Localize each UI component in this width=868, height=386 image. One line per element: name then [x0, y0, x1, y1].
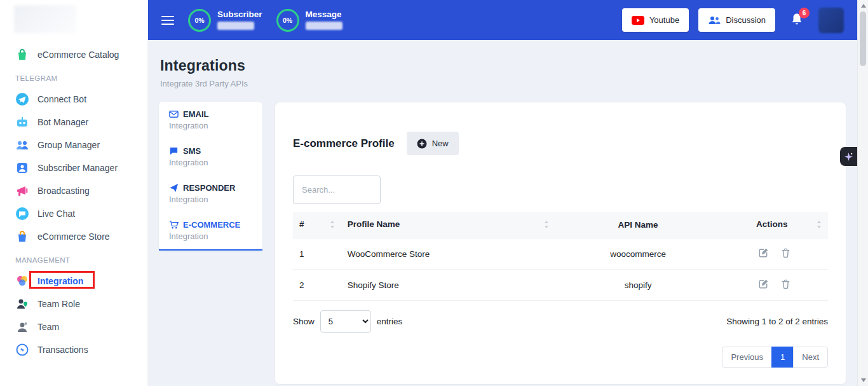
scroll-up-arrow-icon[interactable] — [861, 4, 866, 8]
sidebar-section-management: MANAGEMENT — [0, 248, 147, 270]
sort-icon — [330, 221, 335, 230]
column-header-api-name[interactable]: API Name — [555, 212, 721, 238]
tab-responder-integration[interactable]: RESPONDER Integration — [159, 176, 262, 212]
subscriber-icon — [15, 161, 29, 175]
tab-title: EMAIL — [183, 109, 208, 119]
tab-ecommerce-integration[interactable]: E-COMMERCE Integration — [159, 212, 262, 251]
sidebar-item-connect-bot[interactable]: Connect Bot — [0, 88, 147, 111]
pagination-previous-button[interactable]: Previous — [722, 347, 772, 368]
youtube-button-label: Youtube — [649, 15, 679, 25]
showing-entries-text: Showing 1 to 2 of 2 entries — [726, 317, 828, 326]
column-header-actions[interactable]: Actions — [721, 212, 828, 238]
sidebar-item-transactions[interactable]: Transactions — [0, 338, 147, 361]
api-name-cell: shopify — [555, 270, 721, 301]
pagination-page-1-button[interactable]: 1 — [771, 347, 794, 368]
discussion-button-label: Discussion — [726, 15, 766, 25]
assistant-widget-button[interactable] — [840, 147, 857, 166]
row-number: 2 — [293, 270, 341, 301]
tab-subtitle: Integration — [169, 121, 252, 130]
sidebar-item-integration[interactable]: Integration — [0, 270, 147, 293]
sidebar-item-label: eCommerce Catalog — [37, 48, 119, 62]
delete-button[interactable] — [776, 279, 796, 291]
profile-name-cell: Shopify Store — [341, 270, 555, 301]
tab-title: E-COMMERCE — [183, 220, 240, 230]
column-header-num[interactable]: # — [293, 212, 341, 238]
pagination-next-button[interactable]: Next — [793, 347, 828, 368]
youtube-button[interactable]: Youtube — [622, 8, 689, 32]
tab-title: RESPONDER — [183, 183, 235, 193]
profiles-table: # Profile Name API Name Actions — [293, 212, 828, 301]
sidebar-item-team[interactable]: Team — [0, 315, 147, 338]
group-icon — [15, 138, 29, 152]
vertical-scrollbar[interactable] — [857, 0, 868, 386]
sidebar-item-label: Group Manager — [37, 138, 100, 152]
panel-title: E-commerce Profile — [293, 137, 395, 150]
discussion-button[interactable]: Discussion — [698, 8, 775, 32]
delete-button[interactable] — [776, 247, 796, 260]
sidebar-item-label: Broadcasting — [37, 184, 90, 198]
chat-icon — [15, 207, 29, 221]
sidebar-item-label: Team Role — [37, 297, 80, 311]
sidebar-item-ecommerce-store[interactable]: eCommerce Store — [0, 225, 147, 248]
hamburger-menu-icon[interactable] — [161, 16, 174, 25]
search-input[interactable] — [293, 176, 381, 204]
sidebar-item-bot-manager[interactable]: Bot Manager — [0, 111, 147, 134]
new-button-label: New — [432, 139, 449, 148]
edit-button[interactable] — [754, 247, 773, 260]
team-role-icon — [15, 297, 29, 311]
notifications-bell-icon[interactable]: 6 — [790, 12, 804, 29]
sidebar-section-telegram: TELEGRAM — [0, 66, 147, 88]
notification-count-badge: 6 — [799, 8, 810, 18]
megaphone-icon — [15, 184, 29, 198]
page-size-select[interactable]: 5 — [320, 310, 371, 333]
user-avatar[interactable] — [818, 8, 844, 33]
youtube-icon — [632, 16, 644, 25]
main-content: Integrations Integrate 3rd Party APIs EM… — [148, 40, 857, 386]
sidebar-item-subscriber-manager[interactable]: Subscriber Manager — [0, 156, 147, 179]
cart-icon — [169, 220, 179, 230]
sms-icon — [169, 146, 179, 156]
tab-subtitle: Integration — [169, 158, 252, 167]
message-stat-label: Message — [306, 10, 342, 18]
sort-icon — [544, 221, 549, 230]
profile-name-cell: WooCommerce Store — [341, 238, 555, 270]
sidebar-item-label: Team — [37, 320, 59, 334]
team-icon — [15, 320, 29, 334]
row-number: 1 — [293, 238, 341, 270]
integration-menu: EMAIL Integration SMS Integration — [159, 102, 262, 251]
scrollbar-thumb[interactable] — [860, 11, 866, 66]
sidebar-item-ecommerce-catalog[interactable]: eCommerce Catalog — [0, 43, 147, 66]
top-header: 0% Subscriber 0% Message Youtube Discuss… — [148, 0, 857, 40]
sidebar: eCommerce Catalog TELEGRAM Connect Bot B… — [0, 0, 148, 386]
discussion-people-icon — [708, 15, 721, 25]
sidebar-item-broadcasting[interactable]: Broadcasting — [0, 179, 147, 202]
pagination: Previous 1 Next — [293, 347, 828, 368]
sidebar-item-group-manager[interactable]: Group Manager — [0, 134, 147, 156]
subscriber-stat-value-blurred — [217, 22, 254, 30]
tab-sms-integration[interactable]: SMS Integration — [159, 139, 262, 176]
show-label: Show — [293, 317, 315, 326]
transactions-icon — [15, 343, 29, 357]
page-title: Integrations — [160, 57, 846, 74]
tab-title: SMS — [183, 146, 201, 156]
sparkle-icon — [844, 152, 853, 162]
plus-circle-icon — [417, 139, 427, 149]
scroll-down-arrow-icon[interactable] — [861, 378, 866, 382]
sidebar-item-label: Connect Bot — [37, 92, 86, 106]
sidebar-item-team-role[interactable]: Team Role — [0, 293, 147, 315]
sidebar-item-live-chat[interactable]: Live Chat — [0, 202, 147, 225]
page-subtitle: Integrate 3rd Party APIs — [160, 79, 846, 88]
new-profile-button[interactable]: New — [407, 132, 459, 155]
column-header-profile-name[interactable]: Profile Name — [341, 212, 555, 238]
tab-subtitle: Integration — [169, 195, 252, 204]
edit-button[interactable] — [754, 279, 773, 291]
email-icon — [169, 109, 179, 119]
integration-icon — [15, 274, 29, 288]
sidebar-item-label: Bot Manager — [37, 115, 88, 129]
message-stat: 0% Message — [276, 9, 342, 32]
sidebar-item-label: Live Chat — [37, 207, 75, 221]
send-icon — [169, 183, 179, 193]
tab-email-integration[interactable]: EMAIL Integration — [159, 102, 262, 139]
subscriber-progress-ring: 0% — [188, 9, 211, 32]
sidebar-item-label: Integration — [37, 274, 83, 288]
